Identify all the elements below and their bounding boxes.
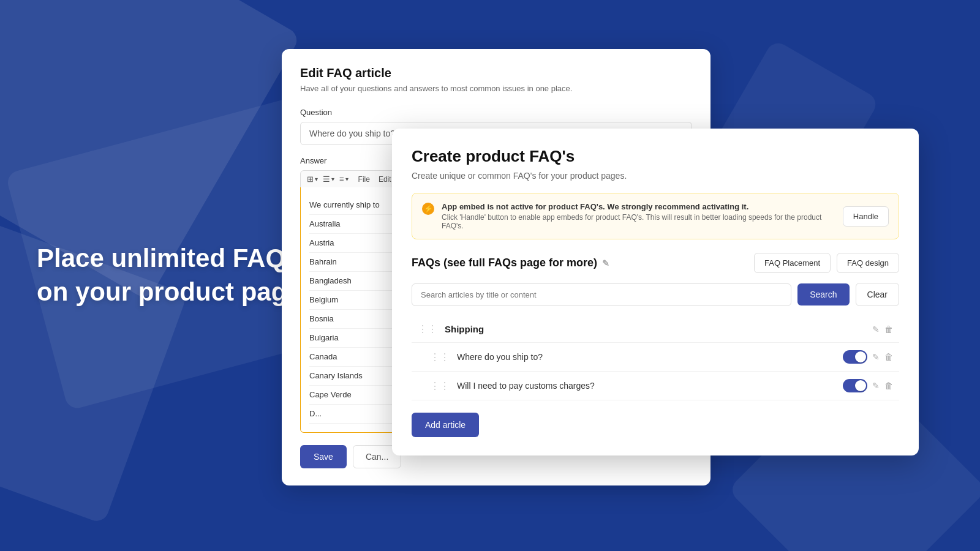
table-icon[interactable]: ⊞ ▾	[307, 174, 318, 184]
edit-faq-title: Edit FAQ article	[300, 66, 692, 80]
faqs-header: FAQs (see full FAQs page for more) ✎ FAQ…	[412, 253, 899, 273]
menu-file[interactable]: File	[358, 175, 370, 184]
faq-design-button[interactable]: FAQ design	[837, 253, 899, 273]
edit-faq-subtitle: Have all of your questions and answers t…	[300, 84, 692, 93]
create-faq-title: Create product FAQ's	[412, 147, 899, 166]
delete-category-icon[interactable]: 🗑	[884, 324, 893, 334]
warning-icon: ⚡	[422, 203, 434, 215]
faq-item-customs: ⋮⋮ Will I need to pay customs charges? ✎…	[412, 372, 899, 400]
edit-item-2-icon[interactable]: ✎	[872, 381, 880, 391]
search-bar: Search Clear	[412, 283, 899, 306]
faq-placement-button[interactable]: FAQ Placement	[754, 253, 831, 273]
delete-item-2-icon[interactable]: 🗑	[884, 381, 893, 391]
cards-area: Edit FAQ article Have all of your questi…	[282, 49, 956, 514]
toolbar-format-icons: ⊞ ▾ ☰ ▾ ≡ ▾	[307, 174, 349, 184]
faqs-actions: FAQ Placement FAQ design	[754, 253, 899, 273]
list-icon[interactable]: ☰ ▾	[323, 174, 334, 184]
search-button[interactable]: Search	[797, 283, 849, 305]
menu-edit[interactable]: Edit	[379, 175, 391, 184]
toggle-item-1[interactable]	[843, 350, 867, 364]
question-label: Question	[300, 108, 692, 117]
faqs-title-edit-icon[interactable]: ✎	[602, 258, 609, 268]
faq-category-shipping: ⋮⋮ Shipping ✎ 🗑	[412, 316, 899, 343]
faq-section: ⋮⋮ Shipping ✎ 🗑 ⋮⋮ Where do you ship to?…	[412, 316, 899, 400]
warning-banner: ⚡ App embed is not active for product FA…	[412, 193, 899, 239]
edit-item-1-icon[interactable]: ✎	[872, 352, 880, 362]
category-name-shipping: Shipping	[445, 324, 872, 334]
search-input[interactable]	[412, 283, 791, 306]
warning-message-sub: Click 'Handle' button to enable app embe…	[442, 213, 835, 230]
drag-handle-shipping[interactable]: ⋮⋮	[418, 323, 437, 335]
faq-item-ship: ⋮⋮ Where do you ship to? ✎ 🗑	[412, 343, 899, 372]
handle-button[interactable]: Handle	[843, 206, 889, 227]
faq-item-name-2: Will I need to pay customs charges?	[457, 381, 843, 391]
hero-title: Place unlimited FAQ's on your product pa…	[37, 242, 315, 309]
warning-text: App embed is not active for product FAQ'…	[442, 202, 835, 230]
faq-item-name-1: Where do you ship to?	[457, 352, 843, 362]
edit-category-icon[interactable]: ✎	[872, 324, 880, 334]
toggle-item-2[interactable]	[843, 379, 867, 392]
drag-handle-item-1[interactable]: ⋮⋮	[430, 351, 450, 363]
create-faq-card: Create product FAQ's Create unique or co…	[392, 129, 919, 455]
warning-message-main: App embed is not active for product FAQ'…	[442, 202, 835, 211]
ordered-list-icon[interactable]: ≡ ▾	[339, 174, 349, 184]
save-button[interactable]: Save	[300, 445, 347, 468]
delete-item-1-icon[interactable]: 🗑	[884, 352, 893, 362]
drag-handle-item-2[interactable]: ⋮⋮	[430, 380, 450, 392]
add-article-button[interactable]: Add article	[412, 413, 479, 437]
faq-item-2-actions: ✎ 🗑	[843, 379, 893, 392]
clear-button[interactable]: Clear	[856, 283, 899, 306]
create-faq-subtitle: Create unique or common FAQ's for your p…	[412, 171, 899, 181]
category-shipping-actions: ✎ 🗑	[872, 324, 893, 334]
hero-text: Place unlimited FAQ's on your product pa…	[37, 242, 315, 309]
faq-item-1-actions: ✎ 🗑	[843, 350, 893, 364]
faqs-title: FAQs (see full FAQs page for more) ✎	[412, 257, 609, 269]
